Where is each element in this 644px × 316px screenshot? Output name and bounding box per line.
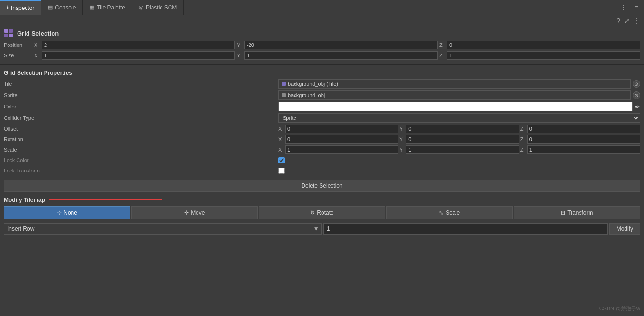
tile-palette-icon: ▦ [89, 4, 94, 10]
position-y-group: Y [237, 41, 438, 49]
color-field[interactable] [278, 102, 633, 111]
sprite-pick-btn[interactable]: ⊙ [633, 91, 640, 99]
sprite-text: background_obj [288, 92, 325, 98]
svg-rect-3 [9, 34, 13, 37]
tool-transform-button[interactable]: ⊞ Transform [514, 206, 640, 219]
scale-y-input[interactable] [406, 145, 519, 154]
position-z-group: Z [439, 41, 640, 49]
sprite-row: Sprite background_obj ⊙ [0, 90, 644, 101]
size-x-group: X [34, 51, 235, 60]
offset-y-label: Y [399, 126, 405, 132]
modify-tilemap-header: Modify Tilemap [0, 194, 644, 204]
rotation-y-label: Y [399, 136, 405, 142]
position-label: Position [4, 42, 32, 48]
tab-tile-palette-label: Tile Palette [97, 4, 125, 11]
tile-value: background_obj (Tile) ⊙ [278, 79, 640, 89]
rotation-y-group: Y [399, 135, 519, 144]
offset-y-input[interactable] [406, 125, 519, 133]
position-x-input[interactable] [42, 41, 235, 49]
sprite-dot [282, 93, 286, 97]
red-line [49, 199, 162, 200]
size-y-input[interactable] [244, 51, 438, 60]
rotation-y-input[interactable] [406, 135, 519, 144]
help-icon[interactable]: ? [617, 17, 620, 25]
offset-x-input[interactable] [285, 125, 398, 133]
eyedropper-icon[interactable]: ✒ [635, 103, 640, 110]
position-x-group: X [34, 41, 235, 49]
tab-console[interactable]: ▤ Console [41, 0, 83, 15]
rotation-xyz: X Y Z [278, 135, 640, 144]
scale-x-group: X [278, 145, 398, 154]
tool-move-label: Move [191, 209, 205, 216]
tile-pick-btn[interactable]: ⊙ [633, 80, 640, 88]
watermark: CSDN @芽孢子w [599, 305, 640, 312]
tool-buttons-row: ⊹ None ✛ Move ↻ Rotate ⤡ Scale ⊞ Transfo… [0, 204, 644, 221]
scale-label: Scale [4, 147, 278, 153]
scale-value: X Y Z [278, 145, 640, 154]
dock-icon[interactable]: ⤢ [624, 17, 630, 25]
sprite-value: background_obj ⊙ [278, 90, 640, 100]
lock-color-label: Lock Color [4, 157, 278, 163]
tool-move-button[interactable]: ✛ Move [131, 206, 258, 219]
grid-selection-title: Grid Selection [17, 30, 59, 37]
scale-z-input[interactable] [527, 145, 640, 154]
tool-scale-label: Scale [446, 209, 460, 216]
collider-select[interactable]: Sprite Grid None [278, 113, 640, 123]
lock-transform-row: Lock Transform [0, 165, 644, 176]
tool-rotate-button[interactable]: ↻ Rotate [259, 206, 385, 219]
svg-rect-2 [4, 34, 8, 37]
lock-color-checkbox[interactable] [278, 157, 285, 163]
scale-row: Scale X Y Z [0, 144, 644, 155]
insert-num-input[interactable] [323, 223, 608, 235]
collider-label: Collider Type [4, 115, 278, 121]
rotation-x-group: X [278, 135, 398, 144]
offset-z-input[interactable] [527, 125, 640, 133]
rotation-x-input[interactable] [285, 135, 398, 144]
tab-plastic-scm[interactable]: ◎ Plastic SCM [132, 0, 184, 15]
rotation-z-input[interactable] [527, 135, 640, 144]
lock-transform-label: Lock Transform [4, 168, 278, 173]
tab-options-btn[interactable]: ⋮ [618, 3, 629, 12]
size-z-input[interactable] [447, 51, 640, 60]
position-y-input[interactable] [244, 41, 438, 49]
modify-tilemap-title: Modify Tilemap [4, 197, 45, 203]
svg-rect-0 [4, 29, 8, 33]
scale-x-input[interactable] [285, 145, 398, 154]
tab-tile-palette[interactable]: ▦ Tile Palette [83, 0, 132, 15]
tool-none-button[interactable]: ⊹ None [4, 206, 130, 219]
offset-label: Offset [4, 126, 278, 132]
rotation-z-label: Z [520, 136, 526, 142]
insert-select[interactable]: Insert Row Delete Row Insert Column Dele… [4, 226, 312, 232]
transform-icon: ⊞ [561, 209, 565, 216]
insert-row-section: Insert Row Delete Row Insert Column Dele… [0, 221, 644, 236]
offset-value: X Y Z [278, 125, 640, 133]
size-z-group: Z [439, 51, 640, 60]
collider-row: Collider Type Sprite Grid None [0, 112, 644, 124]
position-z-input[interactable] [447, 41, 640, 49]
rotate-icon: ↻ [310, 209, 315, 216]
size-row: Size X Y Z [0, 50, 644, 61]
menu-icon[interactable]: ⋮ [634, 17, 640, 25]
lock-transform-checkbox[interactable] [278, 168, 285, 174]
modify-button[interactable]: Modify [609, 223, 640, 235]
sprite-label: Sprite [4, 92, 278, 98]
tile-dot [282, 82, 286, 86]
sprite-field[interactable]: background_obj [278, 90, 631, 100]
tab-plastic-scm-label: Plastic SCM [146, 4, 177, 11]
tab-inspector[interactable]: ℹ Inspector [0, 0, 41, 15]
grid-selection-icon [4, 28, 13, 38]
size-x-input[interactable] [42, 51, 235, 60]
collider-value: Sprite Grid None [278, 113, 640, 123]
tool-scale-button[interactable]: ⤡ Scale [386, 206, 513, 219]
offset-z-label: Z [520, 126, 526, 132]
offset-z-group: Z [520, 125, 640, 133]
none-icon: ⊹ [57, 209, 62, 216]
tile-label: Tile [4, 81, 278, 87]
delete-selection-button[interactable]: Delete Selection [4, 180, 640, 192]
svg-rect-1 [9, 29, 13, 33]
offset-xyz: X Y Z [278, 125, 640, 133]
lock-color-value [278, 157, 640, 163]
tile-field[interactable]: background_obj (Tile) [278, 79, 631, 89]
offset-row: Offset X Y Z [0, 124, 644, 134]
tab-more-btn[interactable]: ≡ [633, 3, 640, 12]
